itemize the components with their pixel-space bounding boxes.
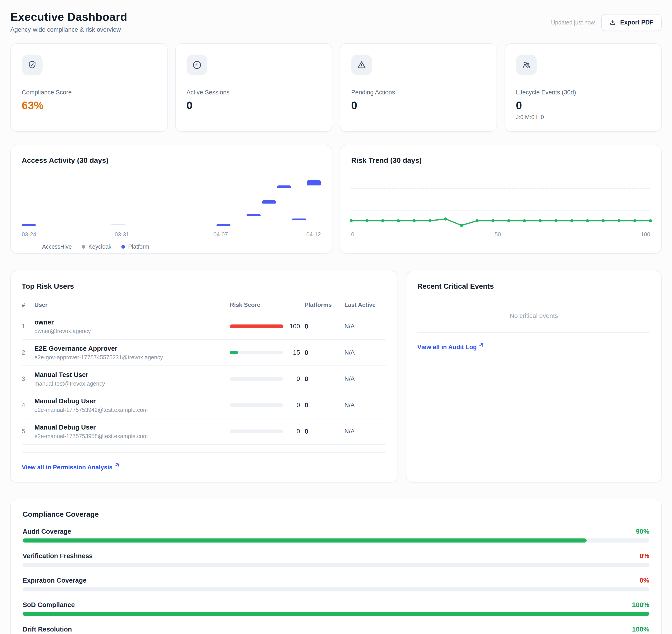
risk-score-cell: 0 <box>230 428 300 435</box>
empty-state-message: No critical events <box>417 312 650 320</box>
risk-trend-card: Risk Trend (30 days) 050100 <box>340 145 662 254</box>
panel-title: Top Risk Users <box>22 282 386 290</box>
compliance-coverage-card: Compliance Coverage Audit Coverage 90% V… <box>10 499 662 634</box>
last-active-value: N/A <box>344 349 386 356</box>
x-tick-label: 03-24 <box>22 231 36 238</box>
chart-title: Risk Trend (30 days) <box>351 156 650 165</box>
user-email: e2e-manual-1775753958@test.example.com <box>34 433 230 440</box>
x-tick-label: 0 <box>351 231 354 238</box>
user-name: Manual Test User <box>34 371 230 379</box>
stat-value: 63% <box>22 99 156 112</box>
access-activity-x-axis: 03-2403-3104-0704-12 <box>22 231 321 238</box>
user-email: e2e-manual-1775753942@test.example.com <box>34 407 230 413</box>
platforms-value: 0 <box>300 323 344 330</box>
coverage-progress-bar <box>23 538 649 542</box>
row-rank: 5 <box>22 428 34 435</box>
table-link-row: View all in Permission Analysis <box>22 453 386 471</box>
page-header: Executive Dashboard Agency-wide complian… <box>10 10 662 33</box>
row-rank: 4 <box>22 402 34 409</box>
link-label: View all in Audit Log <box>417 344 477 351</box>
risk-score-cell: 100 <box>230 323 300 330</box>
download-icon <box>609 19 616 26</box>
stat-value: 0 <box>351 99 486 112</box>
row-user: Manual Debug User e2e-manual-1775753942@… <box>34 397 230 413</box>
x-tick-label: 50 <box>495 231 501 238</box>
export-pdf-button[interactable]: Export PDF <box>601 14 662 31</box>
activity-bar-04-09-platform <box>262 200 276 204</box>
risk-trend-line <box>351 169 650 227</box>
risk-score-value: 100 <box>287 323 300 330</box>
col-header-platforms: Platforms <box>300 301 344 308</box>
stat-card-lifecycle-events: Lifecycle Events (30d) 0 J:0 M:0 L:0 <box>505 43 662 132</box>
page-header-left: Executive Dashboard Agency-wide complian… <box>10 10 127 33</box>
table-row: 4 Manual Debug User e2e-manual-177575394… <box>22 392 386 419</box>
last-active-value: N/A <box>344 323 386 330</box>
user-name: Manual Debug User <box>34 397 230 405</box>
view-all-permission-analysis-link[interactable]: View all in Permission Analysis <box>22 463 121 471</box>
risk-trend-chart <box>351 169 650 227</box>
coverage-rows: Audit Coverage 90% Verification Freshnes… <box>23 527 649 634</box>
coverage-row-sod-compliance: SoD Compliance 100% <box>23 601 649 616</box>
col-header-risk-score: Risk Score <box>230 301 300 308</box>
stat-value: 0 <box>187 99 321 112</box>
arrow-right-icon <box>113 461 122 471</box>
risk-score-value: 0 <box>287 375 300 382</box>
page-subtitle: Agency-wide compliance & risk overview <box>10 26 127 33</box>
user-name: owner <box>34 318 230 326</box>
col-header-last-active: Last Active <box>344 301 386 308</box>
activity-bar-04-11-platform <box>292 218 306 220</box>
coverage-row-drift-resolution: Drift Resolution 100% <box>23 626 649 634</box>
row-rank: 2 <box>22 349 34 356</box>
clock-icon <box>187 54 208 75</box>
risk-trend-x-axis: 050100 <box>351 231 650 238</box>
legend-item-platform: Platform <box>121 243 149 250</box>
top-risk-users-card: Top Risk Users # User Risk Score Platfor… <box>10 271 398 483</box>
activity-bar-04-10-platform <box>277 185 291 188</box>
top-risk-users-table: # User Risk Score Platforms Last Active … <box>22 301 386 453</box>
coverage-row-expiration-coverage: Expiration Coverage 0% <box>23 577 649 591</box>
row-rank: 3 <box>22 375 34 382</box>
table-header-row: # User Risk Score Platforms Last Active <box>22 301 386 313</box>
stat-card-active-sessions: Active Sessions 0 <box>175 43 332 132</box>
coverage-percent: 0% <box>640 552 649 560</box>
user-email: manual-test@trevox.agency <box>34 380 230 387</box>
col-header-rank: # <box>22 301 34 308</box>
shield-check-icon <box>22 54 43 75</box>
panel-title: Recent Critical Events <box>417 282 650 290</box>
last-active-value: N/A <box>344 375 386 382</box>
risk-score-bar <box>230 403 283 407</box>
view-all-audit-log-link[interactable]: View all in Audit Log <box>417 343 485 351</box>
stat-sub-breakdown: J:0 M:0 L:0 <box>516 114 650 120</box>
coverage-row-audit-coverage: Audit Coverage 90% <box>23 527 649 542</box>
activity-bar-04-08-platform <box>246 214 261 216</box>
export-pdf-label: Export PDF <box>620 19 653 26</box>
table-footer-divider <box>22 445 386 453</box>
stats-row: Compliance Score 63% Active Sessions 0 P… <box>10 43 662 132</box>
page-header-right: Updated just now Export PDF <box>551 14 662 31</box>
user-name: Manual Debug User <box>34 423 230 431</box>
legend-label: AccessHive <box>42 243 72 250</box>
table-row: 3 Manual Test User manual-test@trevox.ag… <box>22 366 386 392</box>
activity-bar-04-12-platform <box>307 180 321 185</box>
risk-score-value: 0 <box>287 401 300 409</box>
arrow-right-icon <box>477 341 486 351</box>
legend-item-keycloak: Keycloak <box>82 243 112 250</box>
legend-label: Keycloak <box>89 243 112 250</box>
activity-bar-04-06-platform <box>216 224 231 226</box>
risk-score-cell: 0 <box>230 401 300 409</box>
access-activity-card: Access Activity (30 days) 03-2403-3104-0… <box>10 145 332 254</box>
x-tick-label: 04-07 <box>213 231 228 238</box>
events-link-row: View all in Audit Log <box>417 333 650 351</box>
risk-score-value: 0 <box>287 428 300 435</box>
risk-score-bar <box>230 325 283 328</box>
coverage-progress-bar <box>23 563 649 567</box>
table-row: 5 Manual Debug User e2e-manual-177575395… <box>22 419 386 445</box>
row-user: Manual Debug User e2e-manual-1775753958@… <box>34 423 230 439</box>
risk-score-cell: 0 <box>230 375 300 382</box>
row-user: E2E Governance Approver e2e-gov-approver… <box>34 345 230 360</box>
stat-value: 0 <box>516 99 650 112</box>
x-tick-label: 03-31 <box>115 231 129 238</box>
legend-label: Platform <box>128 243 149 250</box>
platforms-value: 0 <box>300 375 344 383</box>
row-rank: 1 <box>22 323 34 330</box>
